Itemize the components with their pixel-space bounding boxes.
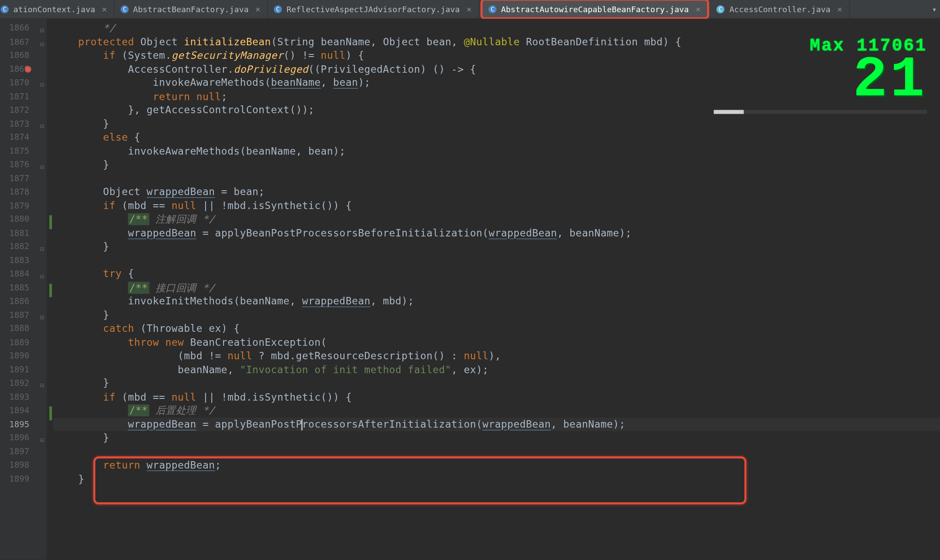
code-line[interactable]: AccessController.doPrivileged((Privilege… xyxy=(53,62,940,76)
code-line[interactable]: } xyxy=(53,308,940,322)
close-icon[interactable]: × xyxy=(696,4,701,14)
code-line[interactable]: invokeAwareMethods(beanName, bean); xyxy=(53,144,940,158)
svg-text:C: C xyxy=(719,5,722,12)
svg-text:C: C xyxy=(122,5,126,12)
code-line[interactable] xyxy=(53,172,940,185)
vcs-change-marker[interactable] xyxy=(49,283,52,297)
java-class-icon: C xyxy=(0,4,9,13)
code-line[interactable]: else { xyxy=(53,131,940,144)
code-line[interactable]: /** 后置处理 */ xyxy=(53,404,940,417)
code-line[interactable]: wrappedBean = applyBeanPostProcessorsAft… xyxy=(53,418,940,431)
code-line[interactable]: protected Object initializeBean(String b… xyxy=(53,35,940,48)
code-editor[interactable]: 1866186718681869187018711872187318741875… xyxy=(0,19,940,560)
fold-toggle[interactable]: ⊟ xyxy=(40,79,44,92)
svg-text:C: C xyxy=(3,5,7,12)
fold-toggle[interactable]: ⊟ xyxy=(40,120,44,133)
tab-label: AbstractBeanFactory.java xyxy=(133,4,248,13)
close-icon[interactable]: × xyxy=(102,4,107,14)
fold-toggle[interactable]: ⊟ xyxy=(40,243,44,256)
code-line[interactable]: return null; xyxy=(53,90,940,103)
code-line[interactable]: wrappedBean = applyBeanPostProcessorsBef… xyxy=(53,226,940,240)
code-line[interactable]: throw new BeanCreationException( xyxy=(53,335,940,349)
java-class-icon: C xyxy=(120,4,129,13)
code-line[interactable]: /** 注解回调 */ xyxy=(53,213,940,226)
fold-toggle[interactable]: ⊟ xyxy=(40,434,44,447)
fold-toggle[interactable]: ⊟ xyxy=(40,379,44,393)
code-area[interactable]: */ protected Object initializeBean(Strin… xyxy=(47,19,940,560)
editor-tabbar: C ationContext.java × C AbstractBeanFact… xyxy=(0,0,940,19)
code-line[interactable] xyxy=(53,253,940,267)
vcs-change-marker[interactable] xyxy=(49,406,52,420)
tab-ationcontext[interactable]: C ationContext.java × xyxy=(0,0,115,18)
code-line[interactable]: catch (Throwable ex) { xyxy=(53,322,940,335)
java-class-icon: C xyxy=(273,4,282,13)
fold-toggle[interactable]: ⊟ xyxy=(40,270,44,283)
fold-toggle[interactable]: ⊟ xyxy=(40,311,44,324)
code-line[interactable]: } xyxy=(53,117,940,131)
code-line[interactable]: /** 接口回调 */ xyxy=(53,281,940,294)
code-line[interactable]: if (mbd == null || !mbd.isSynthetic()) { xyxy=(53,199,940,213)
code-line[interactable]: } xyxy=(53,431,940,445)
fold-toggle[interactable]: ⊟ xyxy=(40,37,44,51)
code-line[interactable]: invokeAwareMethods(beanName, bean); xyxy=(53,76,940,89)
code-line[interactable]: invokeInitMethods(beanName, wrappedBean,… xyxy=(53,294,940,308)
code-line[interactable]: Object wrappedBean = bean; xyxy=(53,185,940,199)
code-line[interactable]: beanName, "Invocation of init method fai… xyxy=(53,363,940,376)
vcs-change-marker[interactable] xyxy=(49,215,52,229)
code-line[interactable]: return wrappedBean; xyxy=(53,459,940,472)
code-line[interactable]: } xyxy=(53,158,940,172)
tab-label: AccessController.java xyxy=(729,4,830,13)
fold-toggle[interactable]: ⊟ xyxy=(40,24,44,37)
close-icon[interactable]: × xyxy=(837,4,842,14)
tab-accesscontroller[interactable]: C AccessController.java × xyxy=(711,0,850,18)
breakpoint-icon[interactable] xyxy=(24,64,32,71)
code-line[interactable]: (mbd != null ? mbd.getResourceDescriptio… xyxy=(53,349,940,363)
code-line[interactable]: if (System.getSecurityManager() != null)… xyxy=(53,49,940,62)
fold-toggle[interactable]: ⊟ xyxy=(40,161,44,174)
java-class-icon: C xyxy=(716,4,725,13)
svg-text:C: C xyxy=(490,5,494,12)
tab-label: AbstractAutowireCapableBeanFactory.java xyxy=(501,4,689,13)
svg-text:C: C xyxy=(276,5,280,12)
code-line[interactable]: */ xyxy=(53,21,940,35)
code-line[interactable]: try { xyxy=(53,267,940,281)
code-line[interactable]: } xyxy=(53,376,940,390)
code-line[interactable]: } xyxy=(53,240,940,253)
tab-abstractautowire[interactable]: C AbstractAutowireCapableBeanFactory.jav… xyxy=(480,0,710,19)
tab-reflectiveaspectj[interactable]: C ReflectiveAspectJAdvisorFactory.java × xyxy=(268,0,479,18)
tab-menu-dropdown[interactable]: ▾ xyxy=(928,0,940,18)
tab-label: ationContext.java xyxy=(14,4,95,13)
code-line[interactable]: if (mbd == null || !mbd.isSynthetic()) { xyxy=(53,390,940,404)
close-icon[interactable]: × xyxy=(255,4,260,14)
tab-abstractbeanfactory[interactable]: C AbstractBeanFactory.java × xyxy=(115,0,268,18)
code-line[interactable] xyxy=(53,445,940,458)
code-line[interactable]: }, getAccessControlContext()); xyxy=(53,103,940,117)
line-number-gutter[interactable]: 1866186718681869187018711872187318741875… xyxy=(0,19,47,560)
code-line[interactable]: } xyxy=(53,472,940,486)
java-class-icon: C xyxy=(488,4,497,13)
tab-label: ReflectiveAspectJAdvisorFactory.java xyxy=(287,4,460,13)
close-icon[interactable]: × xyxy=(467,4,472,14)
